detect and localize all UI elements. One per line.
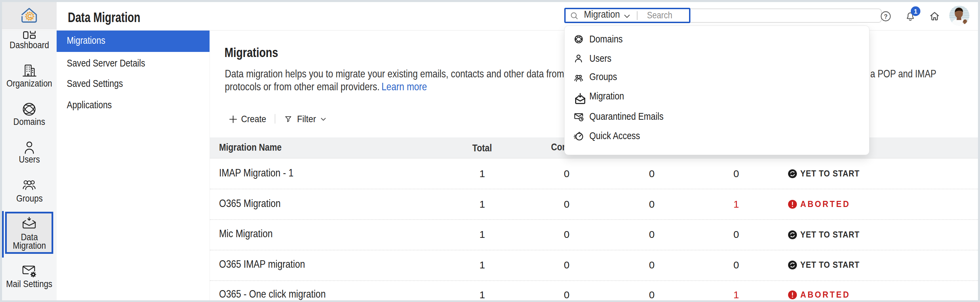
svg-text:?: ? xyxy=(884,13,888,20)
svg-text:1: 1 xyxy=(914,8,918,15)
